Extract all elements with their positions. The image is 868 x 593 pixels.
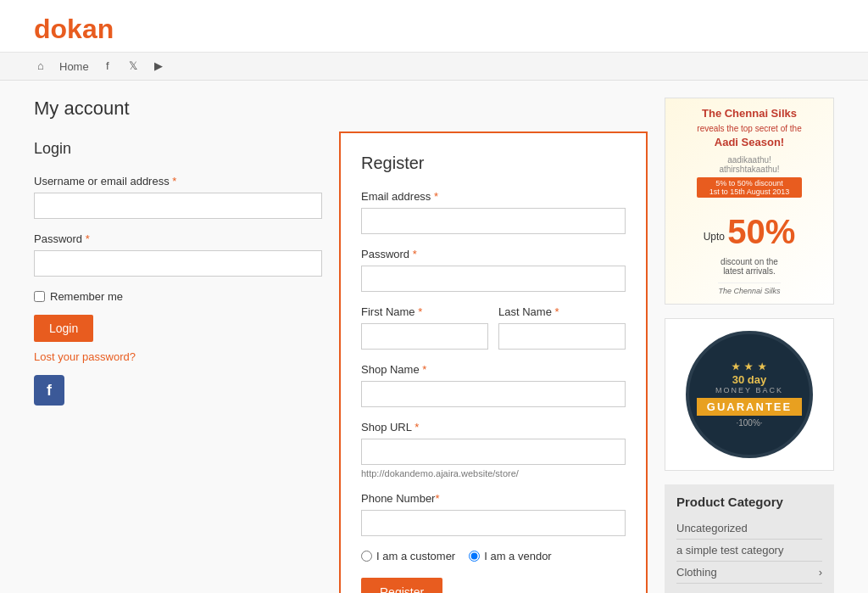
- guarantee-days-label: 30 day: [732, 374, 766, 385]
- stars-icon: ★ ★ ★: [732, 361, 766, 372]
- register-button[interactable]: Register: [361, 578, 442, 593]
- shop-name-label: Shop Name *: [361, 363, 626, 376]
- ad-title: The Chennai Silks reveals the top secret…: [697, 107, 801, 150]
- ad-brand: The Chennai Silks: [718, 283, 780, 295]
- first-name-input[interactable]: [361, 323, 488, 350]
- chevron-right-icon: ›: [819, 566, 822, 579]
- role-radio-group: I am a customer I am a vendor: [361, 550, 626, 562]
- product-category-title: Product Category: [676, 495, 822, 509]
- category-item-uncategorized[interactable]: Uncategorized: [676, 517, 822, 540]
- left-column: My account Login Username or email addre…: [34, 98, 322, 593]
- guarantee-widget: ★ ★ ★ 30 day MONEY BACK GUARANTEE ·100%·: [665, 318, 834, 471]
- ad-percent: 50%: [727, 204, 795, 249]
- login-facebook-button[interactable]: f: [34, 375, 64, 406]
- category-item-clothing[interactable]: Clothing ›: [676, 562, 822, 584]
- shop-name-input[interactable]: [361, 381, 626, 407]
- shop-url-label: Shop URL *: [361, 421, 626, 434]
- site-logo[interactable]: dokan: [34, 14, 834, 45]
- first-name-group: First Name *: [361, 305, 488, 350]
- login-section-title: Login: [34, 140, 322, 158]
- login-password-input[interactable]: [34, 250, 322, 277]
- ad-discount-badge: 5% to 50% discount1st to 15th August 201…: [697, 177, 801, 198]
- ad-inner: The Chennai Silks reveals the top secret…: [665, 98, 833, 304]
- reg-password-input[interactable]: [361, 266, 626, 292]
- lost-password-link[interactable]: Lost your password?: [34, 350, 322, 363]
- nav-bar: Home f 𝕏 ▶: [0, 53, 868, 81]
- username-input[interactable]: [34, 193, 322, 219]
- email-group: Email address *: [361, 190, 626, 234]
- last-name-input[interactable]: [498, 323, 626, 350]
- customer-radio-label[interactable]: I am a customer: [361, 550, 455, 562]
- logo-d: d: [34, 14, 51, 44]
- home-link[interactable]: Home: [59, 60, 89, 73]
- reg-password-group: Password *: [361, 248, 626, 292]
- youtube-nav-icon[interactable]: ▶: [152, 59, 165, 73]
- email-input[interactable]: [361, 208, 626, 234]
- hundred-percent: ·100%·: [736, 418, 762, 428]
- phone-group: Phone Number*: [361, 492, 626, 536]
- shop-url-input[interactable]: [361, 439, 626, 465]
- guarantee-label: GUARANTEE: [697, 398, 802, 416]
- guarantee-badge: ★ ★ ★ 30 day MONEY BACK GUARANTEE ·100%·: [686, 331, 813, 458]
- ad-tagline: discount on thelatest arrivals.: [721, 257, 778, 276]
- page-title: My account: [34, 98, 322, 120]
- phone-label: Phone Number*: [361, 492, 626, 505]
- ad-percent-display: Upto 50%: [704, 206, 796, 257]
- facebook-nav-icon[interactable]: f: [101, 59, 114, 73]
- home-icon: [34, 59, 47, 73]
- money-back-label: MONEY BACK: [715, 386, 783, 394]
- shop-url-group: Shop URL * http://dokandemo.ajaira.websi…: [361, 421, 626, 478]
- category-item-simple-test[interactable]: a simple test category: [676, 540, 822, 562]
- remember-me-label: Remember me: [50, 290, 123, 303]
- reg-password-label: Password *: [361, 248, 626, 260]
- site-header: dokan: [0, 0, 868, 53]
- category-list: Uncategorized a simple test category Clo…: [676, 517, 822, 584]
- login-password-group: Password *: [34, 232, 322, 277]
- center-column: Register Email address * Password *: [339, 98, 648, 593]
- main-container: My account Login Username or email addre…: [0, 81, 868, 593]
- vendor-radio-label[interactable]: I am a vendor: [469, 550, 552, 562]
- last-name-label: Last Name *: [498, 305, 626, 318]
- remember-me-group: Remember me: [34, 290, 322, 303]
- product-category-box: Product Category Uncategorized a simple …: [665, 484, 834, 593]
- last-name-group: Last Name *: [498, 305, 626, 350]
- right-column: The Chennai Silks reveals the top secret…: [665, 98, 834, 593]
- logo-rest: okan: [51, 14, 114, 44]
- login-button[interactable]: Login: [34, 315, 93, 342]
- register-box: Register Email address * Password *: [339, 131, 648, 593]
- username-group: Username or email address *: [34, 175, 322, 219]
- twitter-nav-icon[interactable]: 𝕏: [126, 59, 140, 73]
- customer-radio[interactable]: [361, 551, 372, 562]
- shop-name-group: Shop Name *: [361, 363, 626, 407]
- username-label: Username or email address *: [34, 175, 322, 187]
- name-row: First Name * Last Name *: [361, 305, 626, 363]
- email-label: Email address *: [361, 190, 626, 203]
- phone-input[interactable]: [361, 510, 626, 536]
- register-title: Register: [361, 154, 626, 173]
- remember-me-checkbox[interactable]: [34, 291, 45, 302]
- login-password-label: Password *: [34, 232, 322, 245]
- ad-banner: The Chennai Silks reveals the top secret…: [665, 98, 834, 305]
- vendor-radio[interactable]: [469, 551, 480, 562]
- shop-url-hint: http://dokandemo.ajaira.website/store/: [361, 468, 626, 478]
- ad-promo-text: aadikaathu!athirshtakaathu!: [697, 155, 801, 174]
- first-name-label: First Name *: [361, 305, 488, 318]
